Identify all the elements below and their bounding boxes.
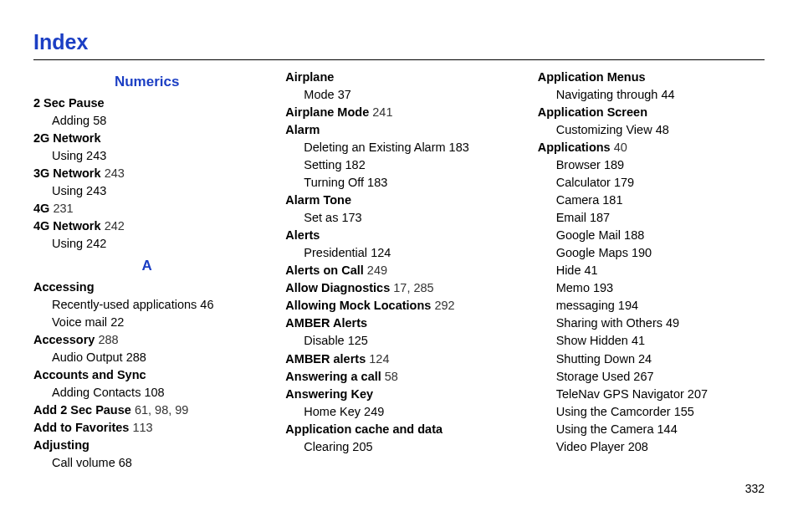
- index-entry-page: 58: [385, 370, 398, 383]
- index-subentry-page: 41: [585, 263, 598, 277]
- index-subentry: Storage Used 267: [556, 368, 765, 386]
- index-subentry-page: 242: [86, 237, 106, 250]
- index-entry-term: Alarm Tone: [285, 192, 512, 209]
- index-subentry-page: 173: [341, 211, 361, 224]
- index-entry: Applications 40Browser 189Calculator 179…: [538, 139, 765, 455]
- index-subentries: Mode 37: [285, 86, 512, 104]
- index-subentries: Navigating through 44: [538, 86, 765, 104]
- index-subentry-page: 58: [93, 114, 106, 127]
- index-entry: 2G NetworkUsing 243: [33, 130, 260, 165]
- index-entry: Accessory 288Audio Output 288: [33, 331, 260, 366]
- index-entry-term: 3G Network 243: [33, 165, 260, 182]
- index-subentry-page: 193: [593, 281, 613, 294]
- index-entry-page: 242: [105, 219, 125, 233]
- index-entry-term: Alerts: [285, 227, 512, 244]
- index-subentries: Recently-used applications 46Voice mail …: [33, 296, 260, 331]
- index-entry-term: AMBER alerts 124: [285, 350, 512, 368]
- index-entry-page: 17, 285: [393, 281, 433, 294]
- index-subentry: Mode 37: [304, 86, 512, 104]
- index-subentry: Set as 173: [304, 209, 512, 227]
- index-entry-page: 124: [369, 352, 389, 366]
- index-subentry-page: 187: [590, 211, 610, 224]
- index-subentry-page: 288: [126, 350, 146, 364]
- index-entry-term: 2G Network: [33, 130, 260, 147]
- index-entry-page: 292: [434, 299, 454, 312]
- index-entry-page: 249: [367, 263, 387, 277]
- index-entry-page: 241: [372, 105, 392, 119]
- index-entry-page: 40: [614, 141, 627, 154]
- index-subentry: messaging 194: [556, 297, 765, 315]
- index-entry-term: Allowing Mock Locations 292: [285, 297, 512, 315]
- index-subentry: Using 243: [52, 147, 260, 165]
- index-entry-term: 2 Sec Pause: [33, 95, 260, 112]
- index-subentry-page: 44: [661, 88, 674, 101]
- index-entry-term: 4G Network 242: [33, 217, 260, 235]
- index-entry: AdjustingCall volume 68: [33, 437, 260, 472]
- index-subentry-page: 22: [110, 315, 124, 329]
- index-entry: Allowing Mock Locations 292: [285, 297, 512, 315]
- index-subentry-page: 243: [86, 184, 106, 197]
- index-subentry-page: 267: [633, 370, 653, 383]
- index-subentry: Deleting an Existing Alarm 183: [304, 139, 512, 156]
- index-entry-term: Applications 40: [538, 139, 765, 156]
- index-subentry: Using the Camera 144: [556, 421, 765, 438]
- index-subentry-page: 37: [338, 88, 351, 101]
- index-subentries: Set as 173: [285, 209, 512, 227]
- section-heading: Numerics: [33, 72, 260, 93]
- index-subentry-page: 49: [666, 316, 679, 330]
- index-subentry-page: 181: [602, 193, 622, 207]
- index-subentry: Customizing View 48: [556, 121, 765, 139]
- index-subentries: Using 243: [33, 147, 260, 165]
- index-entry: Application MenusNavigating through 44: [538, 69, 765, 104]
- index-entry-page: 113: [132, 421, 152, 434]
- index-subentries: Customizing View 48: [538, 121, 765, 139]
- index-subentry: TeleNav GPS Navigator 207: [556, 386, 765, 403]
- index-entry: Airplane Mode 241: [285, 104, 512, 121]
- index-subentry: Voice mail 22: [52, 314, 260, 331]
- index-subentry-page: 41: [632, 334, 645, 347]
- index-subentry: Using 242: [52, 235, 260, 253]
- index-subentry: Using the Camcorder 155: [556, 403, 765, 421]
- index-subentry-page: 189: [604, 158, 624, 171]
- index-entry-page: 231: [53, 202, 73, 215]
- index-subentry: Presidential 124: [304, 244, 512, 262]
- index-subentry: Google Mail 188: [556, 227, 765, 244]
- index-column: Application MenusNavigating through 44Ap…: [538, 69, 765, 472]
- index-subentry: Camera 181: [556, 192, 765, 209]
- index-subentry: Hide 41: [556, 262, 765, 279]
- index-subentry-page: 144: [657, 422, 678, 436]
- index-subentry: Navigating through 44: [556, 86, 765, 104]
- index-entry-term: AMBER Alerts: [285, 315, 512, 332]
- index-entry: AMBER AlertsDisable 125: [285, 315, 512, 350]
- index-column: AirplaneMode 37Airplane Mode 241AlarmDel…: [285, 69, 512, 472]
- index-subentries: Browser 189Calculator 179Camera 181Email…: [538, 156, 765, 455]
- index-subentries: Home Key 249: [285, 403, 512, 421]
- index-subentry: Setting 182: [304, 156, 512, 174]
- index-entry-term: Answering a call 58: [285, 368, 512, 386]
- index-entry-term: Add 2 Sec Pause 61, 98, 99: [33, 402, 260, 419]
- index-entry: AlarmDeleting an Existing Alarm 183Setti…: [285, 121, 512, 192]
- index-subentries: Disable 125: [285, 332, 512, 350]
- index-subentry-page: 190: [632, 246, 652, 259]
- index-entry: Answering KeyHome Key 249: [285, 386, 512, 421]
- index-entry-term: Accessing: [33, 279, 260, 296]
- index-subentry: Sharing with Others 49: [556, 315, 765, 332]
- index-subentry-page: 207: [688, 387, 708, 401]
- index-subentry-page: 68: [119, 456, 132, 469]
- index-subentry: Call volume 68: [52, 454, 260, 472]
- index-subentries: Presidential 124: [285, 244, 512, 262]
- index-subentry-page: 182: [345, 158, 366, 171]
- index-entry: AirplaneMode 37: [285, 69, 512, 104]
- index-subentries: Clearing 205: [285, 438, 512, 456]
- index-subentry: Home Key 249: [304, 403, 512, 421]
- index-column: Numerics2 Sec PauseAdding 582G NetworkUs…: [33, 69, 260, 472]
- index-subentry: Using 243: [52, 182, 260, 200]
- index-subentry-page: 188: [624, 228, 644, 242]
- index-entry-term: Answering Key: [285, 386, 512, 403]
- index-subentry: Email 187: [556, 209, 765, 227]
- index-subentry: Clearing 205: [304, 438, 512, 456]
- index-entry-term: Airplane Mode 241: [285, 104, 512, 121]
- page-number: 332: [33, 480, 765, 497]
- index-subentries: Call volume 68: [33, 454, 260, 472]
- index-subentries: Adding 58: [33, 112, 260, 130]
